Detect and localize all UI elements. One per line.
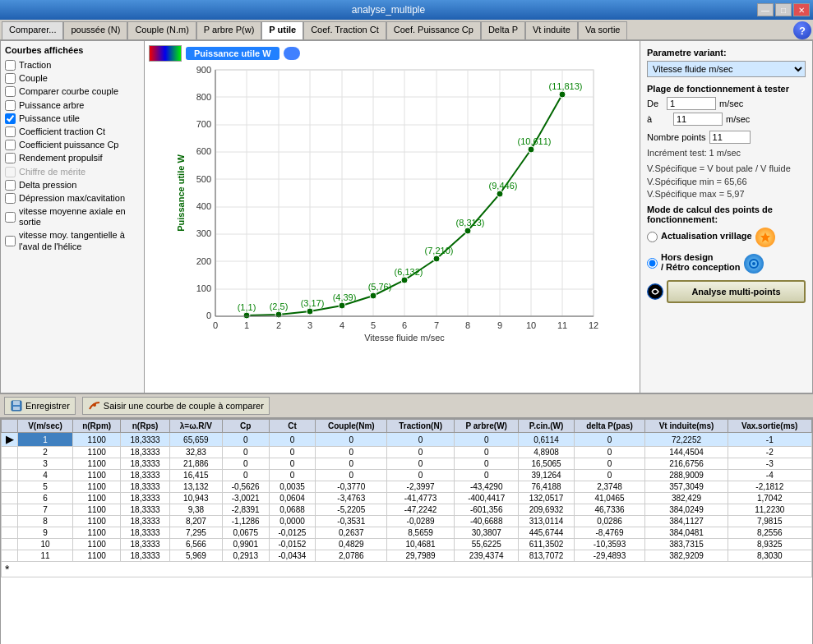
toggle-icon[interactable]: [284, 47, 300, 60]
svg-text:3: 3: [307, 320, 312, 330]
table-new-row[interactable]: *: [2, 562, 812, 577]
a-label: à: [647, 114, 663, 124]
svg-text:400: 400: [196, 201, 211, 211]
svg-point-54: [401, 277, 408, 283]
color-picker[interactable]: [149, 45, 182, 62]
svg-text:500: 500: [196, 174, 211, 184]
svg-text:(11,813): (11,813): [549, 81, 583, 91]
table-row[interactable]: ▶1110018,333365,659000000,6114072,2252-1: [2, 433, 812, 447]
checkbox-puissance-utile[interactable]: Puissance utile: [5, 113, 140, 124]
svg-text:7: 7: [434, 320, 439, 330]
analyse-multipoints-button[interactable]: Analyse multi-points: [667, 280, 806, 303]
radio-hors-design[interactable]: Hors design/ Rétro conception: [647, 252, 806, 275]
checkbox-depression[interactable]: Dépression max/cavitation: [5, 193, 140, 204]
minimize-button[interactable]: —: [757, 3, 774, 16]
checkbox-coef-traction[interactable]: Coefficient traction Ct: [5, 126, 140, 137]
nombre-label: Nombre points: [647, 132, 706, 142]
param-select[interactable]: Vitesse fluide m/sec: [647, 61, 806, 77]
title-bar: analyse_multiple — □ ✕: [0, 0, 813, 20]
tab-coef-traction[interactable]: Coef. Traction Ct: [303, 21, 386, 39]
svg-text:100: 100: [196, 283, 211, 293]
chart-svg: 0 100 200 300 400 500 600 700 800 900 0 …: [149, 66, 635, 345]
a-unit: m/sec: [726, 114, 750, 124]
radio-actualisation[interactable]: Actualisation vrillage: [647, 228, 806, 247]
help-button[interactable]: ?: [793, 21, 811, 39]
checkbox-vitesse-tang[interactable]: vitesse moy. tangentielle à l'aval de l'…: [5, 230, 140, 251]
vrillage-icon: [755, 228, 775, 247]
th-ct: Ct: [269, 420, 316, 433]
table-row[interactable]: 7110018,33339,38-2,83910,0688-5,2205-47,…: [2, 504, 812, 516]
enregistrer-button[interactable]: Enregistrer: [4, 397, 76, 415]
analyse-icon: [647, 283, 663, 300]
right-panel: Parametre variant: Vitesse fluide m/sec …: [640, 41, 812, 393]
saisir-label: Saisir une courbe de couple à comparer: [104, 401, 264, 411]
th-lambda: λ=ω.R/V: [169, 420, 222, 433]
svg-point-49: [243, 312, 250, 319]
chart-toolbar: Puissance utile W: [149, 45, 635, 62]
svg-text:5: 5: [371, 320, 376, 330]
bottom-toolbar: Enregistrer Saisir une courbe de couple …: [0, 393, 813, 418]
th-delta: delta P(pas): [574, 420, 645, 433]
tab-coef-puissance[interactable]: Coef. Puissance Cp: [386, 21, 481, 39]
svg-text:(10,611): (10,611): [518, 136, 552, 146]
de-label: De: [647, 99, 663, 108]
data-table-container[interactable]: V(m/sec) n(Rpm) n(Rps) λ=ω.R/V Cp Ct Cou…: [0, 418, 813, 644]
tab-delta-p[interactable]: Delta P: [481, 21, 525, 39]
data-table: V(m/sec) n(Rpm) n(Rps) λ=ω.R/V Cp Ct Cou…: [1, 419, 812, 577]
svg-text:900: 900: [196, 66, 211, 75]
table-row[interactable]: 3110018,333321,8860000016,50650216,6756-…: [2, 458, 812, 470]
table-row[interactable]: 6110018,333310,943-3,00210,0604-3,4763-4…: [2, 493, 812, 504]
tab-couple[interactable]: Couple (N.m): [127, 21, 196, 39]
table-row[interactable]: 5110018,333313,132-0,56260,0035-0,3770-2…: [2, 481, 812, 493]
th-pcin: P.cin.(W): [519, 420, 574, 433]
svg-text:200: 200: [196, 256, 211, 266]
checkbox-vitesse-axiale[interactable]: vitesse moyenne axiale en sortie: [5, 206, 140, 228]
checkbox-rendement[interactable]: Rendement propulsif: [5, 153, 140, 163]
curve-label-coef-puissance: Coefficient puissance Cp: [19, 140, 118, 150]
checkbox-traction[interactable]: Traction: [5, 60, 140, 71]
nombre-input[interactable]: [709, 131, 751, 144]
saisir-courbe-button[interactable]: Saisir une courbe de couple à comparer: [82, 397, 270, 415]
curve-label-coef-traction: Coefficient traction Ct: [19, 126, 105, 137]
table-body: ▶1110018,333365,659000000,6114072,2252-1…: [2, 433, 812, 577]
svg-text:0: 0: [206, 310, 211, 320]
tab-parbre[interactable]: P arbre P(w): [196, 21, 262, 39]
checkbox-delta-pression[interactable]: Delta pression: [5, 180, 140, 191]
checkbox-couple[interactable]: Couple: [5, 73, 140, 84]
svg-point-59: [559, 91, 566, 98]
svg-point-55: [433, 255, 440, 262]
retro-icon: [744, 254, 764, 274]
curve-label-puissance-arbre: Puissance arbre: [19, 100, 85, 111]
tab-putile[interactable]: P utile: [261, 21, 303, 39]
table-row[interactable]: 8110018,33338,207-1,12860,0000-0,3531-0,…: [2, 516, 812, 527]
de-input[interactable]: [667, 97, 716, 110]
checkbox-comparer-couple[interactable]: Comparer courbe couple: [5, 86, 140, 97]
th-couple: Couple(Nm): [316, 420, 387, 433]
range-label: Plage de fonctionnement à tester: [647, 84, 806, 94]
close-button[interactable]: ✕: [793, 3, 810, 16]
tab-va-sortie[interactable]: Va sortie: [578, 21, 628, 39]
svg-point-56: [464, 228, 471, 234]
table-row[interactable]: 4110018,333316,4150000039,12640288,9009-…: [2, 470, 812, 481]
svg-text:800: 800: [196, 92, 211, 102]
table-row[interactable]: 2110018,333332,83000004,89080144,4504-2: [2, 447, 812, 458]
svg-text:(7,210): (7,210): [425, 246, 454, 255]
tab-vt-induite[interactable]: Vt induite: [525, 21, 578, 39]
curve-label-comparer-couple: Comparer courbe couple: [19, 86, 118, 97]
svg-text:300: 300: [196, 228, 211, 238]
checkbox-puissance-arbre[interactable]: Puissance arbre: [5, 100, 140, 111]
curve-label-couple: Couple: [19, 73, 48, 84]
checkbox-coef-puissance[interactable]: Coefficient puissance Cp: [5, 140, 140, 150]
svg-text:600: 600: [196, 146, 211, 156]
table-row[interactable]: 10110018,33336,5660,9901-0,01520,482910,…: [2, 539, 812, 550]
a-input[interactable]: [673, 113, 723, 126]
maximize-button[interactable]: □: [775, 3, 792, 16]
table-row[interactable]: 9110018,33337,2950,0675-0,01250,26378,56…: [2, 527, 812, 539]
svg-text:(8,313): (8,313): [456, 218, 485, 228]
mode-label: Mode de calcul des points de fonctionnem…: [647, 205, 806, 224]
svg-text:6: 6: [402, 320, 407, 330]
tab-comparer[interactable]: Comparer...: [2, 21, 63, 39]
table-row[interactable]: 11110018,33335,9690,2913-0,04342,078629,…: [2, 550, 812, 562]
tab-poussee[interactable]: poussée (N): [63, 21, 127, 39]
curve-icon: [88, 399, 101, 412]
